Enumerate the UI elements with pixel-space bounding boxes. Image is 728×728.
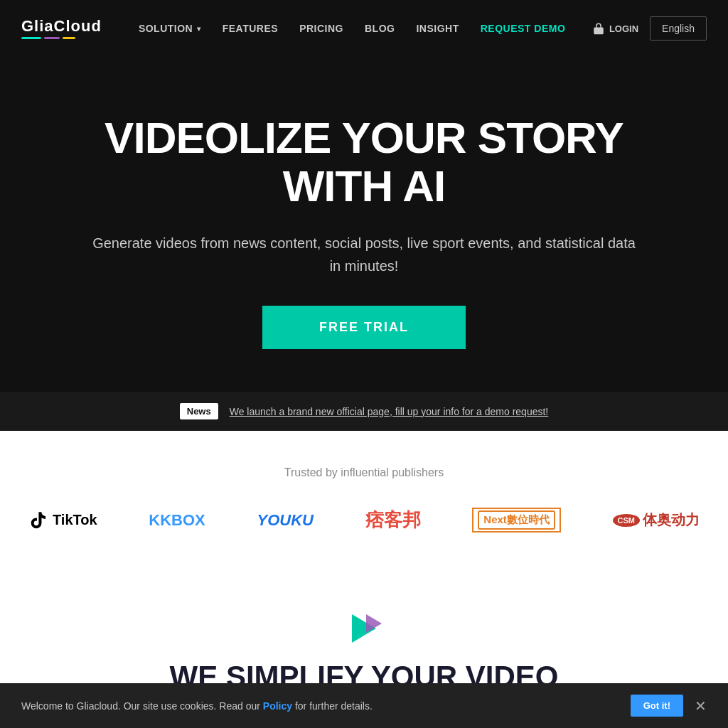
logo-bar-green <box>21 37 41 39</box>
csm-badge: CSM <box>613 514 640 527</box>
nav-item-pricing[interactable]: PRICING <box>291 17 352 40</box>
cookie-close-button[interactable]: ✕ <box>695 699 707 713</box>
nav-item-blog[interactable]: BLOG <box>356 17 403 40</box>
nav-item-request-demo[interactable]: REQUEST DEMO <box>472 17 574 40</box>
logo-text: GliaCloud <box>21 18 102 35</box>
csm-label: 体奥动力 <box>643 510 700 530</box>
news-ticker-message[interactable]: We launch a brand new official page, fil… <box>230 406 549 417</box>
free-trial-button[interactable]: FREE TRIAL <box>262 306 466 349</box>
yuke-label: 痞客邦 <box>365 508 421 532</box>
youku-label: YOUKU <box>257 511 313 530</box>
nav-links: SOLUTION ▾ FEATURES PRICING BLOG INSIGHT… <box>130 17 592 40</box>
partners-title: Trusted by influential publishers <box>28 466 700 479</box>
navbar: GliaCloud SOLUTION ▾ FEATURES PRICING BL… <box>0 0 728 57</box>
hero-title: VIDEOLIZE YOUR STORY WITH AI <box>28 114 700 210</box>
partner-kkbox: KKBOX <box>149 511 205 530</box>
svg-marker-1 <box>366 614 382 633</box>
logo-bars <box>21 37 102 39</box>
partner-tiktok: TikTok <box>28 510 97 530</box>
kkbox-label: KKBOX <box>149 511 205 530</box>
news-badge: News <box>180 403 218 419</box>
cookie-message: Welcome to Gliacloud. Our site use cooki… <box>21 700 631 712</box>
partners-logos: TikTok KKBOX YOUKU 痞客邦 Next數位時代 CSM 体奥动力 <box>28 508 700 532</box>
chevron-down-icon: ▾ <box>197 25 201 33</box>
play-icon <box>346 611 382 646</box>
nav-item-insight[interactable]: INSIGHT <box>407 17 467 40</box>
cookie-banner: Welcome to Gliacloud. Our site use cooki… <box>0 683 728 728</box>
partner-youku: YOUKU <box>257 511 313 530</box>
next-label: Next數位時代 <box>478 510 555 530</box>
login-button[interactable]: LOGIN <box>592 22 638 35</box>
lock-icon <box>592 22 605 35</box>
news-ticker: News We launch a brand new official page… <box>0 392 728 431</box>
hero-subtitle: Generate videos from news content, socia… <box>87 232 641 277</box>
cookie-accept-button[interactable]: Got it! <box>631 695 683 717</box>
play-triangle-icon <box>346 611 382 646</box>
logo-bar-yellow <box>63 37 75 39</box>
partner-csm: CSM 体奥动力 <box>613 510 700 530</box>
cookie-actions: Got it! ✕ <box>631 695 707 717</box>
partners-section: Trusted by influential publishers TikTok… <box>0 431 728 568</box>
cookie-policy-link[interactable]: Policy <box>263 700 292 712</box>
nav-right: LOGIN English <box>592 16 707 41</box>
tiktok-label: TikTok <box>53 512 97 528</box>
tiktok-icon <box>28 510 48 530</box>
hero-section: VIDEOLIZE YOUR STORY WITH AI Generate vi… <box>0 57 728 392</box>
logo-bar-purple <box>44 37 60 39</box>
nav-item-solution[interactable]: SOLUTION ▾ <box>130 17 210 40</box>
partner-next: Next數位時代 <box>472 508 561 532</box>
partner-yuke: 痞客邦 <box>365 508 421 532</box>
nav-item-features[interactable]: FEATURES <box>214 17 287 40</box>
logo[interactable]: GliaCloud <box>21 18 102 39</box>
language-button[interactable]: English <box>650 16 707 41</box>
